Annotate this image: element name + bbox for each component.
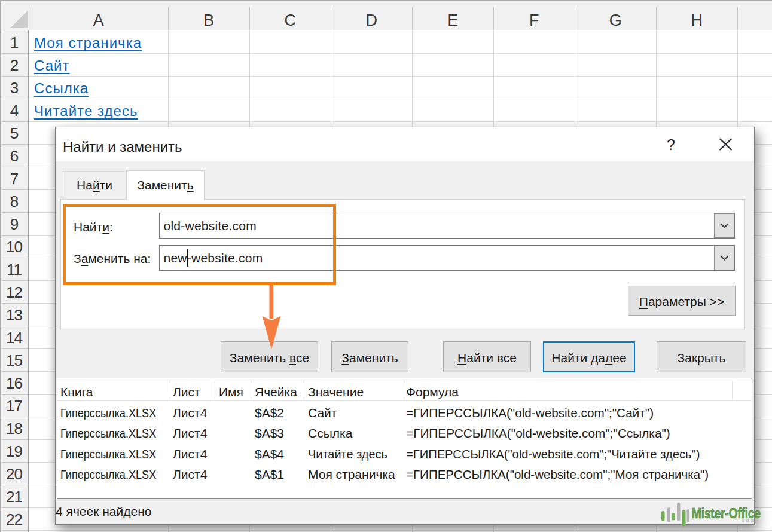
svg-text:Mister-Office: Mister-Office [692, 505, 761, 521]
